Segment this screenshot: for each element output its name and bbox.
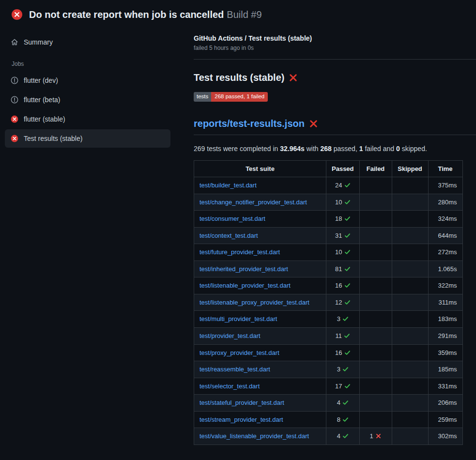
test-suite-cell: test/builder_test.dart [194,177,326,194]
check-icon [344,182,351,188]
time-cell: 322ms [428,277,462,294]
time-cell: 272ms [428,244,462,261]
test-suite-link[interactable]: test/stream_provider_test.dart [200,416,283,423]
check-icon [342,366,349,372]
failed-cell [359,227,392,244]
check-run-header: Do not create report when job is cancell… [0,0,476,27]
test-suite-link[interactable]: test/listenable_proxy_provider_test.dart [200,299,309,306]
test-suite-cell: test/listenable_provider_test.dart [194,277,326,294]
sidebar-item-flutter-beta[interactable]: flutter (beta) [5,91,170,109]
test-suite-link[interactable]: test/value_listenable_provider_test.dart [200,432,309,440]
job-label: flutter (stable) [24,115,65,123]
job-label: Test results (stable) [24,135,82,142]
failed-cell [359,361,392,378]
skipped-cell [392,194,428,211]
test-suite-link[interactable]: test/listenable_provider_test.dart [200,282,291,289]
test-suite-row: test/proxy_provider_test.dart16359ms [194,344,463,361]
test-suite-link[interactable]: test/reassemble_test.dart [200,366,270,373]
column-header-passed: Passed [326,160,360,177]
time-cell: 375ms [428,177,462,194]
time-cell: 1.065s [428,261,462,277]
failed-cell [359,327,392,344]
passed-cell: 8 [326,411,360,428]
passed-cell: 18 [326,211,360,228]
test-suite-link[interactable]: test/builder_test.dart [200,182,257,189]
passed-count: 81 [335,265,342,273]
tests-badge: tests 268 passed, 1 failed [194,92,268,102]
jobs-section-label: Jobs [5,51,170,71]
sidebar-item-flutter-stable[interactable]: flutter (stable) [5,110,170,128]
test-suite-link[interactable]: test/proxy_provider_test.dart [200,349,279,356]
check-icon [344,282,351,289]
time-cell: 331ms [428,378,462,395]
failed-x-icon [289,74,297,82]
skipped-cell [392,361,428,378]
time-cell: 259ms [428,411,462,428]
failed-cell [359,211,392,228]
test-suite-cell: test/listenable_proxy_provider_test.dart [194,294,326,311]
test-suite-link[interactable]: test/provider_test.dart [200,332,261,339]
failed-cell: 1 [359,428,392,445]
test-suite-link[interactable]: test/inherited_provider_test.dart [200,265,288,273]
test-suite-row: test/stream_provider_test.dart8259ms [194,411,463,428]
test-suite-link[interactable]: test/stateful_provider_test.dart [200,399,284,406]
passed-count: 10 [335,248,342,256]
sidebar-item-test-results-stable[interactable]: Test results (stable) [5,129,170,148]
page-layout: Summary Jobs flutter (dev) [0,27,476,457]
failed-x-icon [309,120,318,128]
test-suite-link[interactable]: test/selector_test.dart [200,383,260,390]
skipped-cell [392,428,428,445]
test-suite-link[interactable]: test/change_notifier_provider_test.dart [200,199,307,206]
failed-cell [359,261,392,277]
passed-count: 11 [336,332,342,339]
failed-cell [359,244,392,261]
check-icon [344,232,351,239]
check-icon [342,416,349,423]
column-header-skipped: Skipped [392,160,428,177]
passed-cell: 11 [326,327,360,344]
failed-status-icon [11,115,18,123]
passed-cell: 4 [326,428,360,445]
test-table-body: test/builder_test.dart24375mstest/change… [194,177,463,445]
passed-cell: 3 [326,361,360,378]
test-suite-link[interactable]: test/future_provider_test.dart [200,248,280,256]
section-title: Test results (stable) [194,72,476,83]
breadcrumb: GitHub Actions / Test results (stable) [194,34,476,42]
check-icon [344,299,351,306]
passed-count: 12 [335,299,342,306]
time-cell: 183ms [428,311,462,328]
test-suite-row: test/stateful_provider_test.dart4206ms [194,395,463,412]
test-suite-row: test/selector_test.dart17331ms [194,378,463,395]
skipped-cell [392,277,428,294]
test-suite-row: test/change_notifier_provider_test.dart1… [194,194,463,211]
page-title: Do not create report when job is cancell… [29,8,262,21]
skipped-cell [392,344,428,361]
sidebar-item-summary[interactable]: Summary [5,33,170,51]
sidebar: Summary Jobs flutter (dev) [0,27,175,149]
test-suite-link[interactable]: test/context_test.dart [200,232,258,239]
report-file-link[interactable]: reports/test-results.json [194,118,305,129]
time-cell: 644ms [428,227,462,244]
passed-cell: 4 [326,395,360,412]
test-suite-row: test/listenable_proxy_provider_test.dart… [194,294,463,311]
summary-duration: 32.964s [280,145,305,153]
test-suite-row: test/value_listenable_provider_test.dart… [194,428,463,445]
test-summary-line: 269 tests were completed in 32.964s with… [194,145,476,153]
test-suite-cell: test/inherited_provider_test.dart [194,261,326,277]
test-suite-link[interactable]: test/consumer_test.dart [200,215,265,222]
test-suite-link[interactable]: test/multi_provider_test.dart [200,315,277,322]
time-cell: 359ms [428,344,462,361]
passed-cell: 31 [326,227,360,244]
check-icon [344,249,351,255]
divider [194,59,476,60]
test-suite-row: test/future_provider_test.dart10272ms [194,244,463,261]
summary-passed-count: 268 [321,145,332,153]
test-suite-cell: test/reassemble_test.dart [194,361,326,378]
failed-cell [359,395,392,412]
passed-count: 17 [335,383,342,390]
passed-cell: 24 [326,177,360,194]
passed-count: 31 [335,232,342,239]
build-number: Build #9 [227,9,261,20]
sidebar-item-flutter-dev[interactable]: flutter (dev) [5,71,170,90]
skipped-cell [392,378,428,395]
